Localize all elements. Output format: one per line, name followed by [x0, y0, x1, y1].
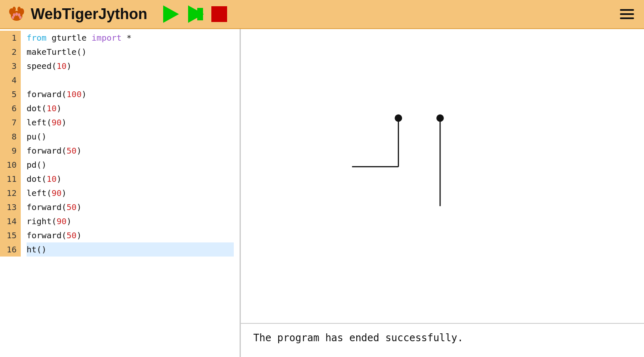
svg-rect-13 [211, 6, 227, 22]
line-number: 13 [4, 200, 17, 214]
line-number: 6 [4, 101, 17, 115]
line-number: 1 [4, 31, 17, 45]
line-number: 16 [4, 242, 17, 257]
paw-icon [7, 4, 27, 24]
output-message: The program has ended successfully. [253, 332, 463, 344]
svg-point-4 [17, 7, 21, 12]
menu-button[interactable] [617, 6, 637, 22]
svg-point-3 [12, 7, 16, 12]
line-number: 14 [4, 214, 17, 228]
menu-icon-line3 [620, 17, 634, 19]
line-number: 10 [4, 158, 17, 172]
menu-icon-line1 [620, 9, 634, 11]
code-line[interactable]: left(90) [27, 115, 234, 130]
code-line[interactable]: forward(100) [27, 87, 234, 101]
code-line[interactable]: dot(10) [27, 101, 234, 115]
code-line[interactable]: forward(50) [27, 228, 234, 242]
code-line[interactable]: forward(50) [27, 144, 234, 158]
line-numbers: 12345678910111213141516 [0, 31, 21, 257]
code-line[interactable]: makeTurtle() [27, 45, 234, 59]
code-line[interactable]: ht() [27, 242, 234, 257]
line-number: 8 [4, 130, 17, 144]
line-number: 12 [4, 186, 17, 200]
app-title: WebTigerJython [31, 5, 147, 23]
line-number: 9 [4, 144, 17, 158]
code-line[interactable] [27, 73, 234, 87]
canvas-panel: The program has ended successfully. [241, 29, 644, 357]
code-line[interactable]: dot(10) [27, 172, 234, 186]
line-number: 3 [4, 59, 17, 73]
svg-point-9 [19, 16, 22, 19]
code-line[interactable]: left(90) [27, 186, 234, 200]
line-number: 5 [4, 87, 17, 101]
code-line[interactable]: speed(10) [27, 59, 234, 73]
line-number: 2 [4, 45, 17, 59]
editor-panel[interactable]: 12345678910111213141516 from gturtle imp… [0, 29, 241, 357]
code-line[interactable]: pd() [27, 158, 234, 172]
run-button[interactable] [160, 4, 181, 24]
menu-icon-line2 [620, 13, 634, 15]
svg-point-16 [395, 115, 402, 122]
turtle-canvas [241, 29, 644, 324]
svg-marker-10 [163, 5, 179, 23]
output-area: The program has ended successfully. [241, 324, 644, 357]
app-logo: WebTigerJython [7, 4, 147, 24]
code-line[interactable]: forward(50) [27, 200, 234, 214]
code-line[interactable]: pu() [27, 130, 234, 144]
code-area: 12345678910111213141516 from gturtle imp… [0, 29, 240, 257]
header-controls [160, 4, 229, 24]
stop-button[interactable] [210, 5, 229, 24]
main-layout: 12345678910111213141516 from gturtle imp… [0, 29, 644, 357]
turtle-drawing [241, 29, 644, 323]
svg-rect-12 [197, 8, 203, 20]
code-line[interactable]: right(90) [27, 214, 234, 228]
code-line[interactable]: from gturtle import * [27, 31, 234, 45]
code-lines[interactable]: from gturtle import *makeTurtle()speed(1… [21, 31, 240, 257]
svg-point-18 [436, 115, 444, 122]
line-number: 4 [4, 73, 17, 87]
run-fullscreen-button[interactable] [185, 4, 206, 24]
svg-point-8 [12, 16, 14, 19]
line-number: 15 [4, 228, 17, 242]
header: WebTigerJython [0, 0, 644, 29]
line-number: 11 [4, 172, 17, 186]
line-number: 7 [4, 115, 17, 130]
svg-point-6 [15, 12, 18, 16]
